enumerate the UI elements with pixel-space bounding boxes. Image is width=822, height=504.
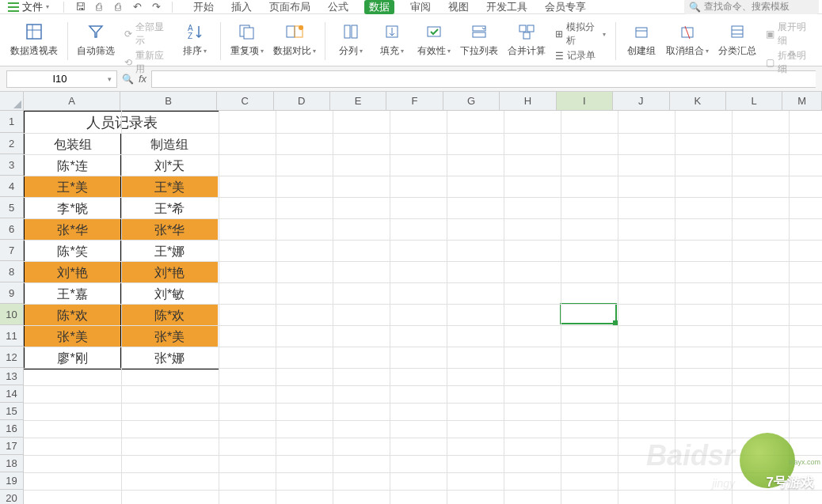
row-header-2[interactable]: 2 (0, 133, 23, 154)
name-box-input[interactable] (12, 73, 108, 85)
row-header-14[interactable]: 14 (0, 385, 23, 403)
cell-b-4[interactable]: 王*美 (121, 176, 218, 197)
menu-tab-1[interactable]: 插入 (230, 0, 253, 14)
group-button[interactable]: 创建组 (622, 19, 660, 65)
text-to-columns-button[interactable]: 分列▾ (332, 19, 370, 65)
fill-button[interactable]: 填充▾ (373, 19, 411, 65)
row-header-15[interactable]: 15 (0, 403, 23, 420)
chevron-down-icon: ▾ (360, 47, 363, 55)
redo-icon[interactable]: ↷ (150, 1, 162, 13)
row-header-9[interactable]: 9 (0, 282, 23, 304)
cells-area[interactable]: 人员记录表 包装组 制造组 陈*连刘*天王*美王*美李*晓王*希张*华张*华陈*… (24, 111, 822, 504)
row-header-1[interactable]: 1 (0, 111, 23, 133)
menu-tab-3[interactable]: 公式 (326, 0, 350, 14)
row-header-12[interactable]: 12 (0, 347, 23, 368)
col-header-F[interactable]: F (386, 92, 443, 110)
menu-tab-4[interactable]: 数据 (364, 0, 394, 14)
dropdown-list-button[interactable]: 下拉列表 (457, 19, 501, 65)
cell-b-7[interactable]: 王*娜 (121, 241, 218, 261)
cell-a-7[interactable]: 陈*笑 (25, 241, 121, 261)
undo-icon[interactable]: ↶ (131, 1, 143, 13)
cell-b-3[interactable]: 刘*天 (121, 155, 218, 176)
col-header-A[interactable]: A (24, 92, 120, 110)
show-all-button[interactable]: ⟳全部显示 (124, 21, 169, 47)
data-compare-button[interactable]: 数据对比▾ (270, 19, 318, 65)
expand-detail-button[interactable]: ▣展开明细 (766, 21, 811, 47)
print-preview-icon[interactable]: ⎙ (93, 1, 105, 13)
what-if-button[interactable]: ⊞模拟分析▾ (555, 21, 606, 47)
select-all-corner[interactable] (0, 92, 24, 111)
autofilter-button[interactable]: 自动筛选 (74, 19, 119, 65)
row-header-16[interactable]: 16 (0, 420, 23, 438)
expand-label: 展开明细 (778, 21, 811, 47)
cell-a-9[interactable]: 王*嘉 (25, 283, 121, 304)
row-header-3[interactable]: 3 (0, 154, 23, 176)
chevron-down-icon[interactable]: ▾ (108, 75, 112, 83)
cell-b-9[interactable]: 刘*敏 (121, 283, 218, 304)
row-header-5[interactable]: 5 (0, 197, 23, 218)
col-header-I[interactable]: I (557, 92, 613, 110)
row-header-20[interactable]: 20 (0, 490, 23, 504)
menu-tab-5[interactable]: 审阅 (409, 0, 432, 14)
cell-b-12[interactable]: 张*娜 (121, 347, 218, 369)
collapse-icon: ▢ (766, 57, 774, 68)
validation-button[interactable]: 有效性▾ (414, 19, 454, 65)
row-header-19[interactable]: 19 (0, 472, 23, 490)
cell-a-8[interactable]: 刘*艳 (25, 262, 121, 282)
col-header-L[interactable]: L (726, 92, 782, 110)
command-search[interactable]: 🔍 查找命令、搜索模板 (684, 0, 819, 14)
form-button[interactable]: ☰记录单 (555, 49, 606, 63)
col-header-G[interactable]: G (443, 92, 500, 110)
menu-tab-0[interactable]: 开始 (192, 0, 215, 14)
file-menu-button[interactable]: 文件 ▾ (3, 0, 54, 14)
col-header-D[interactable]: D (274, 92, 330, 110)
cell-b-11[interactable]: 张*美 (121, 326, 218, 347)
separator (67, 22, 68, 60)
save-icon[interactable]: 🖫 (74, 1, 86, 13)
cell-a-5[interactable]: 李*晓 (25, 198, 121, 218)
col-header-K[interactable]: K (670, 92, 726, 110)
print-icon[interactable]: ⎙ (112, 1, 124, 13)
menu-tab-2[interactable]: 页面布局 (268, 0, 312, 14)
col-header-C[interactable]: C (217, 92, 273, 110)
collapse-detail-button[interactable]: ▢折叠明细 (766, 49, 811, 76)
name-box[interactable]: ▾ (6, 70, 117, 88)
col-header-B[interactable]: B (120, 92, 217, 110)
row-header-18[interactable]: 18 (0, 455, 23, 472)
cell-a-10[interactable]: 陈*欢 (25, 305, 121, 325)
cell-a-6[interactable]: 张*华 (25, 219, 121, 240)
pivot-table-button[interactable]: 数据透视表 (8, 19, 61, 65)
cell-a-3[interactable]: 陈*连 (25, 155, 121, 176)
col-header-J[interactable]: J (613, 92, 669, 110)
col-header-H[interactable]: H (500, 92, 556, 110)
cell-b-8[interactable]: 刘*艳 (121, 262, 218, 282)
cell-a-4[interactable]: 王*美 (25, 176, 121, 197)
formula-input[interactable] (151, 70, 816, 88)
cell-b-6[interactable]: 张*华 (121, 219, 218, 240)
subtotal-button[interactable]: 分类汇总 (715, 19, 759, 65)
row-header-6[interactable]: 6 (0, 218, 23, 240)
row-header-7[interactable]: 7 (0, 240, 23, 261)
row-header-11[interactable]: 11 (0, 325, 23, 347)
col-header-M[interactable]: M (782, 92, 822, 110)
cell-b-10[interactable]: 陈*欢 (121, 305, 218, 325)
menu-tab-6[interactable]: 视图 (447, 0, 470, 14)
duplicates-button[interactable]: 重复项▾ (227, 19, 267, 65)
analysis-sub: ⊞模拟分析▾ ☰记录单 (552, 19, 609, 64)
menu-tab-7[interactable]: 开发工具 (485, 0, 529, 14)
col-header-E[interactable]: E (330, 92, 386, 110)
row-header-10[interactable]: 10 (0, 304, 23, 325)
cell-a-12[interactable]: 廖*刚 (25, 347, 121, 369)
row-header-13[interactable]: 13 (0, 368, 23, 385)
row-header-17[interactable]: 17 (0, 438, 23, 455)
row-header-4[interactable]: 4 (0, 176, 23, 197)
sort-button[interactable]: AZ 排序▾ (176, 19, 214, 65)
menu-tab-8[interactable]: 会员专享 (543, 0, 588, 14)
row-header-8[interactable]: 8 (0, 261, 23, 282)
cell-a-11[interactable]: 张*美 (25, 326, 121, 347)
separator (615, 22, 616, 60)
cell-b-5[interactable]: 王*希 (121, 198, 218, 218)
ungroup-button[interactable]: 取消组合▾ (664, 19, 712, 65)
consolidate-button[interactable]: 合并计算 (504, 19, 549, 65)
reapply-button[interactable]: ⟲重新应用 (124, 49, 169, 76)
